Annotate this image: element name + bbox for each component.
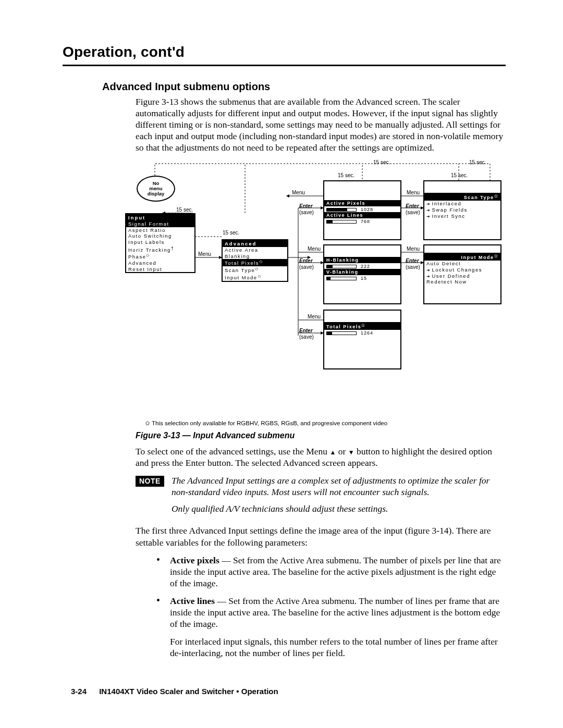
scan-type-screen: Scan Type✩ Interlaced Swap Fields Invert… bbox=[423, 180, 501, 240]
save-label: (save) bbox=[406, 264, 420, 270]
triangle-down-icon: ▼ bbox=[348, 450, 354, 455]
bullet-active-lines: Active lines — Set from the Active Area … bbox=[154, 595, 506, 630]
note-paragraph-2: Only qualified A/V technicians should ad… bbox=[172, 503, 506, 514]
save-label: (save) bbox=[299, 264, 314, 270]
enter-arrow-label: Enter bbox=[406, 258, 419, 264]
body-paragraph-2: The first three Advanced Input settings … bbox=[136, 525, 506, 548]
scan-type-item: Swap Fields bbox=[424, 207, 500, 213]
timeout-label: 15 sec. bbox=[223, 230, 239, 236]
input-menu-box: Input Signal Format Aspect Ratio Auto Sw… bbox=[125, 213, 195, 273]
input-mode-item: User Defined bbox=[424, 273, 500, 279]
active-area-screen: Active Pixels 1028 Active Lines 768 bbox=[323, 180, 401, 240]
input-menu-item: Phase✩ bbox=[126, 253, 194, 260]
input-mode-item: Auto Detect bbox=[424, 261, 500, 267]
input-mode-title: Input Mode✩ bbox=[424, 253, 500, 261]
active-lines-label: Active Lines bbox=[324, 212, 400, 218]
total-pixels-label: Total Pixels✩ bbox=[324, 322, 400, 330]
body-paragraph-1: To select one of the advanced settings, … bbox=[136, 446, 506, 468]
advanced-menu-item: Input Mode✩ bbox=[223, 274, 287, 281]
no-menu-display-node: No menu display bbox=[137, 176, 175, 202]
bullet-text: — Set from the Active Area submenu. The … bbox=[170, 596, 500, 629]
intro-paragraph: Figure 3-13 shows the submenus that are … bbox=[136, 96, 506, 153]
save-label: (save) bbox=[299, 209, 314, 215]
section-heading: Operation, cont'd bbox=[63, 44, 506, 60]
input-menu-item: Signal Format bbox=[126, 221, 194, 227]
figure-3-13-diagram: No menu display 15 sec. 15 sec. 15 sec. … bbox=[115, 158, 511, 416]
page-footer: 3-24 IN1404XT Video Scaler and Switcher … bbox=[71, 687, 278, 696]
bullet-label: Active lines bbox=[170, 596, 215, 606]
note-block: NOTE The Advanced Input settings are a c… bbox=[136, 475, 506, 520]
active-pixels-label: Active Pixels bbox=[324, 200, 400, 206]
bullet-label: Active pixels bbox=[170, 555, 219, 565]
input-menu-item: Input Labels bbox=[126, 239, 194, 245]
enter-arrow-label: Enter bbox=[299, 328, 313, 334]
sub-note-paragraph: For interlaced input signals, this numbe… bbox=[170, 636, 506, 659]
enter-arrow-label: Enter bbox=[299, 258, 313, 264]
advanced-menu-item: Scan Type✩ bbox=[223, 266, 287, 274]
advanced-menu-item: Active Area bbox=[223, 247, 287, 253]
enter-arrow-label: Enter bbox=[299, 203, 313, 209]
advanced-menu-title: Advanced bbox=[223, 240, 287, 247]
advanced-menu-item: Total Pixels✩ bbox=[223, 259, 287, 266]
menu-arrow-label: Menu bbox=[292, 190, 305, 195]
total-pixels-screen: Total Pixels✩ 1264 bbox=[323, 310, 401, 369]
star-footnote: ✩ This selection only available for RGBH… bbox=[145, 419, 506, 427]
menu-arrow-label: Menu bbox=[407, 246, 420, 252]
or-word: or bbox=[336, 446, 348, 456]
note-paragraph-1: The Advanced Input settings are a comple… bbox=[172, 475, 506, 498]
scan-type-item: Interlaced bbox=[424, 201, 500, 207]
input-menu-item: Horiz Tracking† bbox=[126, 245, 194, 253]
input-menu-item: Auto Switching bbox=[126, 233, 194, 239]
scan-type-title: Scan Type✩ bbox=[424, 193, 500, 201]
advanced-menu-item: Blanking bbox=[223, 253, 287, 260]
v-blanking-value: 15 bbox=[358, 276, 367, 281]
no-menu-line-3: display bbox=[138, 191, 174, 196]
timeout-label: 15 sec. bbox=[176, 207, 193, 213]
v-blanking-label: V-Blanking bbox=[324, 269, 400, 275]
total-pixels-bar: 1264 bbox=[324, 330, 400, 336]
timeout-label: 15 sec. bbox=[373, 159, 390, 165]
footer-title: IN1404XT Video Scaler and Switcher • Ope… bbox=[99, 687, 278, 696]
menu-arrow-label: Menu bbox=[308, 314, 321, 319]
horizontal-rule bbox=[63, 65, 506, 66]
input-mode-item: Lockout Changes bbox=[424, 267, 500, 273]
triangle-up-icon: ▲ bbox=[329, 450, 336, 455]
h-blanking-bar: 222 bbox=[324, 263, 400, 269]
figure-caption: Figure 3-13 — Input Advanced submenu bbox=[136, 431, 506, 440]
input-menu-item: Reset Input bbox=[126, 266, 194, 273]
active-lines-value: 768 bbox=[358, 219, 370, 224]
enter-arrow-label: Enter bbox=[406, 203, 419, 209]
v-blanking-bar: 15 bbox=[324, 275, 400, 281]
input-menu-item: Advanced bbox=[126, 260, 194, 266]
total-pixels-value: 1264 bbox=[358, 330, 373, 336]
timeout-label: 15 sec. bbox=[338, 172, 354, 178]
note-text: The Advanced Input settings are a comple… bbox=[172, 475, 506, 520]
note-badge: NOTE bbox=[136, 476, 164, 487]
menu-arrow-label: Menu bbox=[198, 251, 211, 257]
scan-type-item: Invert Sync bbox=[424, 213, 500, 219]
h-blanking-label: H-Blanking bbox=[324, 257, 400, 263]
body1-pre: To select one of the advanced settings, … bbox=[136, 446, 329, 456]
active-pixels-value: 1028 bbox=[358, 207, 373, 212]
advanced-menu-box: Advanced Active Area Blanking Total Pixe… bbox=[222, 239, 288, 281]
input-mode-screen: Input Mode✩ Auto Detect Lockout Changes … bbox=[423, 244, 501, 304]
page-number: 3-24 bbox=[71, 687, 87, 696]
input-menu-item: Aspect Ratio bbox=[126, 227, 194, 233]
save-label: (save) bbox=[299, 334, 314, 340]
active-lines-bar: 768 bbox=[324, 218, 400, 224]
bullet-active-pixels: Active pixels — Set from the Active Area… bbox=[154, 554, 506, 589]
timeout-label: 15 sec. bbox=[469, 159, 486, 165]
timeout-label: 15 sec. bbox=[451, 172, 468, 178]
save-label: (save) bbox=[406, 209, 420, 215]
menu-arrow-label: Menu bbox=[407, 190, 420, 195]
bullet-text: — Set from the Active Area submenu. The … bbox=[170, 555, 501, 588]
input-mode-item: Redetect Now bbox=[424, 279, 500, 285]
subsection-heading: Advanced Input submenu options bbox=[102, 81, 506, 93]
menu-arrow-label: Menu bbox=[308, 246, 321, 252]
active-pixels-bar: 1028 bbox=[324, 206, 400, 212]
blanking-screen: H-Blanking 222 V-Blanking 15 bbox=[323, 244, 401, 304]
bullet-list: Active pixels — Set from the Active Area… bbox=[154, 554, 506, 630]
input-menu-title: Input bbox=[126, 214, 194, 221]
h-blanking-value: 222 bbox=[358, 264, 370, 269]
